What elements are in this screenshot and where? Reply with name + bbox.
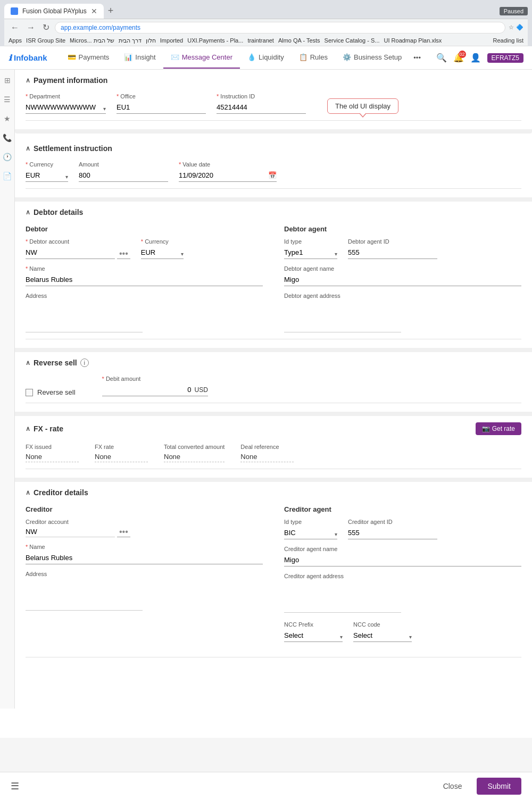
creditor-agent-address-label: Creditor agent address (284, 573, 521, 579)
value-date-input[interactable] (179, 169, 268, 181)
creditor-agent-id-input[interactable] (348, 527, 437, 539)
reverse-sell-checkbox-row: Reverse sell (26, 388, 76, 396)
debtor-agent-id-input[interactable] (348, 246, 437, 259)
star-icon[interactable]: ☆ (509, 24, 514, 31)
extension-icon[interactable]: 🔷 (516, 24, 523, 31)
ncc-prefix-select[interactable]: Select (284, 629, 343, 642)
creditor-header[interactable]: ∧ Creditor details (15, 482, 532, 501)
creditor-account-input[interactable] (26, 527, 115, 537)
tab-payments[interactable]: 💳 Payments (60, 47, 117, 69)
sidebar-clock-icon[interactable]: 🕐 (1, 151, 14, 163)
reverse-sell-checkbox[interactable] (26, 389, 33, 396)
url-bar[interactable]: app.example.com/payments (55, 22, 505, 34)
creditor-content: Creditor Creditor account ••• Name (15, 501, 532, 666)
department-select[interactable]: NWWWWWWWWWW (26, 101, 106, 114)
reverse-sell-info-icon[interactable]: i (80, 359, 89, 367)
bookmark-micros[interactable]: Micros... של הבית (70, 37, 114, 44)
reading-list[interactable]: Reading list (493, 37, 523, 44)
debtor-header[interactable]: ∧ Debtor details (15, 202, 532, 221)
sidebar-phone-icon[interactable]: 📞 (1, 131, 14, 144)
sidebar-star-icon[interactable]: ★ (2, 112, 13, 125)
debtor-agent-id-field: Debtor agent ID (348, 238, 437, 259)
bookmark-chalon[interactable]: חלון (146, 37, 156, 44)
debtor-address-input[interactable] (26, 301, 143, 332)
debtor-agent-name-input[interactable] (284, 273, 521, 286)
creditor-name-field: Name (26, 544, 263, 564)
instruction-id-input[interactable] (217, 101, 306, 114)
paused-button[interactable]: Paused (500, 7, 528, 15)
bookmark-isr[interactable]: ISR Group Site (26, 37, 65, 44)
notifications[interactable]: 🔔 02 (453, 53, 464, 63)
reverse-sell-header[interactable]: ∧ Reverse sell i (15, 352, 532, 371)
creditor-col-title: Creditor (26, 505, 263, 513)
sidebar-doc-icon[interactable]: 📄 (1, 170, 14, 182)
bookmark-imported[interactable]: Imported (160, 37, 183, 44)
debtor-account-field: Debtor account ••• (26, 238, 130, 259)
creditor-chevron: ∧ (26, 489, 30, 496)
ncc-code-select[interactable]: Select (353, 629, 412, 642)
creditor-name-input[interactable] (26, 552, 263, 564)
creditor-address-input[interactable] (26, 579, 143, 611)
fx-rate-content: FX issued None FX rate None Total conver… (15, 439, 532, 478)
debtor-agent-name-field: Debtor agent name (284, 265, 521, 286)
tab-business-setup[interactable]: ⚙️ Business Setup (335, 47, 409, 69)
back-button[interactable]: ← (9, 22, 21, 34)
calendar-icon[interactable]: 📅 (268, 171, 277, 179)
debtor-agent-address-input[interactable] (284, 301, 401, 332)
payment-info-header[interactable]: ∧ Payment information (15, 70, 532, 89)
fx-rate-field: FX rate None (95, 444, 148, 462)
debtor-currency-label: Currency (141, 238, 184, 245)
bookmark-uxi[interactable]: UXI.Payments - Pla... (187, 37, 243, 44)
bookmark-apps[interactable]: Apps (9, 37, 22, 44)
settlement-row: Currency EUR ▾ Amount (26, 161, 521, 182)
creditor-id-type-select[interactable]: BIC (284, 527, 337, 539)
browser-chrome: Fusion Global PAYplus ✕ + Paused ← → ↻ a… (0, 0, 532, 46)
creditor-account-dots[interactable]: ••• (117, 527, 130, 537)
browser-tab[interactable]: Fusion Global PAYplus ✕ (4, 4, 104, 19)
debtor-account-dots[interactable]: ••• (117, 249, 130, 259)
amount-input[interactable] (79, 169, 168, 182)
office-input[interactable] (117, 101, 206, 114)
creditor-account-label: Creditor account (26, 519, 263, 525)
creditor-two-col: Creditor Creditor account ••• Name (26, 505, 521, 648)
browser-bar: ← → ↻ app.example.com/payments ☆ 🔷 (4, 19, 528, 36)
fx-rate-chevron: ∧ (26, 425, 30, 432)
tab-liquidity[interactable]: 💧 Liquidity (240, 47, 292, 69)
app-layout: ⊞ ☰ ★ 📞 🕐 📄 ∧ Payment information Depart… (0, 70, 532, 709)
logo-icon: ℹ (9, 53, 12, 63)
bookmark-drech[interactable]: דרך הבית (119, 37, 142, 44)
reload-button[interactable]: ↻ (40, 21, 52, 34)
value-date-wrapper: 📅 (179, 169, 277, 182)
sidebar-list-icon[interactable]: ☰ (2, 93, 13, 106)
bookmark-almo[interactable]: Almo QA - Tests (278, 37, 320, 44)
tab-message-center[interactable]: ✉️ Message Center (163, 47, 240, 69)
tab-insight[interactable]: 📊 Insight (117, 47, 163, 69)
bookmark-ui[interactable]: UI Roadmap Plan.xlsx (384, 37, 442, 44)
creditor-agent-address-input[interactable] (284, 581, 401, 613)
debtor-name-input[interactable] (26, 273, 263, 286)
search-icon[interactable]: 🔍 (436, 53, 447, 63)
bookmark-train[interactable]: traintranet (247, 37, 274, 44)
ncc-code-label: NCC code (353, 621, 412, 628)
debit-amount-input[interactable] (102, 384, 192, 396)
debtor-account-input[interactable] (26, 246, 115, 259)
creditor-agent-name-input[interactable] (284, 554, 521, 566)
tab-close-icon[interactable]: ✕ (91, 7, 97, 15)
fx-rate-header[interactable]: ∧ FX - rate 📷 Get rate (15, 416, 532, 439)
tab-rules[interactable]: 📋 Rules (292, 47, 335, 69)
new-tab-button[interactable]: + (106, 3, 116, 19)
sidebar-grid-icon[interactable]: ⊞ (2, 74, 13, 87)
user-chip[interactable]: EFRATZ5 (487, 53, 523, 63)
forward-button[interactable]: → (24, 22, 37, 34)
debtor-section: ∧ Debtor details Debtor Debtor account (15, 202, 532, 352)
get-rate-button[interactable]: 📷 Get rate (476, 422, 521, 435)
debtor-id-type-select[interactable]: Type1 (284, 246, 337, 259)
bookmark-service[interactable]: Service Catalog - S... (325, 37, 380, 44)
nav-more-button[interactable]: ••• (409, 47, 425, 68)
settlement-header[interactable]: ∧ Settlement instruction (15, 138, 532, 157)
ncc-prefix-wrapper: Select ▾ (284, 629, 343, 642)
ncc-prefix-field: NCC Prefix Select ▾ (284, 621, 343, 642)
debtor-currency-select[interactable]: EUR (141, 246, 184, 259)
currency-select[interactable]: EUR (26, 169, 68, 182)
creditor-address-label: Address (26, 571, 263, 577)
